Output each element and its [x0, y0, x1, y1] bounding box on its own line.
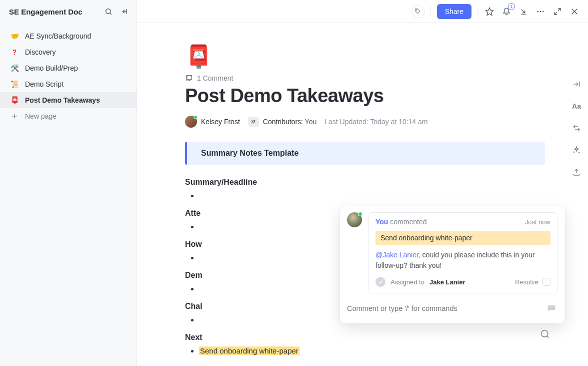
page-emoji[interactable]: 📮	[185, 43, 212, 70]
callout-template[interactable]: Summary Notes Template	[185, 142, 545, 165]
swap-icon[interactable]	[572, 123, 582, 133]
sidebar-item-label: Demo Script	[25, 80, 64, 88]
updated-label: Last Updated:	[324, 118, 368, 126]
last-updated: Last Updated: Today at 10:14 am	[324, 118, 428, 126]
doc-title: SE Engagement Doc	[9, 8, 98, 16]
meta-row: Kelsey Frost Contributors: You Last Upda…	[185, 116, 565, 128]
contributors-chip[interactable]: Contributors: You	[248, 117, 316, 127]
scroll-icon: 📜	[10, 80, 19, 88]
favorite-icon[interactable]	[484, 6, 495, 17]
comment-count-label: 1 Comment	[197, 74, 233, 82]
svg-line-13	[558, 9, 560, 11]
svg-point-23	[579, 152, 580, 153]
reply-input[interactable]	[347, 300, 540, 316]
author-name: Kelsey Frost	[201, 118, 240, 126]
section-next[interactable]: Next Send onboarding white-paper	[185, 333, 565, 357]
sidebar: SE Engagement Doc 🤝 AE Sync/Background ?…	[0, 0, 137, 366]
comment-count-button[interactable]: 1 Comment	[185, 74, 565, 82]
svg-point-18	[254, 120, 256, 122]
divider	[430, 6, 431, 17]
section-title: Summary/Headline	[185, 178, 565, 187]
sidebar-list: 🤝 AE Sync/Background ? Discovery 🛠️ Demo…	[0, 23, 136, 124]
sidebar-item-post-demo[interactable]: 📮 Post Demo Takeaways	[0, 92, 136, 108]
highlighted-text: Send onboarding white-paper	[199, 346, 300, 355]
sidebar-item-label: Discovery	[25, 48, 56, 56]
more-icon[interactable]	[535, 6, 546, 17]
send-icon[interactable]	[545, 303, 558, 313]
avatar	[185, 116, 197, 128]
resolve-checkbox[interactable]	[542, 278, 550, 286]
sidebar-item-demo-script[interactable]: 📜 Demo Script	[0, 76, 136, 92]
updated-value: Today at 10:14 am	[370, 118, 428, 126]
author-chip[interactable]: Kelsey Frost	[185, 116, 240, 128]
svg-point-0	[106, 9, 110, 14]
tags-button[interactable]	[412, 5, 424, 18]
comment-you: You	[376, 218, 388, 226]
page-title[interactable]: Post Demo Takeaways	[185, 85, 565, 107]
indent-icon[interactable]	[572, 79, 582, 89]
new-page-label: New page	[25, 112, 56, 120]
section-summary[interactable]: Summary/Headline	[185, 178, 565, 202]
resolve-label: Resolve	[515, 278, 538, 286]
check-icon	[376, 277, 386, 287]
sidebar-item-ae-sync[interactable]: 🤝 AE Sync/Background	[0, 28, 136, 44]
svg-point-25	[542, 330, 548, 337]
upload-icon[interactable]	[572, 167, 582, 177]
right-rail: Aa	[565, 23, 588, 366]
handshake-icon: 🤝	[10, 32, 19, 40]
sidebar-item-demo-build[interactable]: 🛠️ Demo Build/Prep	[0, 60, 136, 76]
svg-point-12	[542, 11, 544, 12]
svg-point-10	[537, 11, 538, 12]
notification-count: 1	[508, 3, 515, 10]
svg-point-11	[540, 11, 542, 12]
sidebar-item-label: AE Sync/Background	[25, 32, 91, 40]
sidebar-item-label: Post Demo Takeaways	[25, 96, 100, 104]
divider	[478, 6, 478, 17]
svg-line-1	[110, 13, 112, 15]
svg-point-24	[574, 152, 574, 152]
typography-icon[interactable]: Aa	[572, 101, 582, 111]
assigned-label: Assigned to	[390, 278, 424, 286]
svg-line-14	[554, 12, 557, 15]
comment-popover: You commented Just now Send onboarding w…	[340, 206, 565, 323]
mention[interactable]: @Jake Lanier	[376, 251, 418, 259]
sidebar-item-discovery[interactable]: ? Discovery	[0, 44, 136, 60]
svg-marker-7	[486, 8, 494, 15]
comment-timestamp: Just now	[525, 218, 550, 226]
resolve-button[interactable]: Resolve	[515, 278, 550, 286]
comment-author-line: You commented	[376, 218, 426, 226]
plus-icon	[10, 112, 19, 121]
notifications-icon[interactable]: 1	[501, 6, 512, 17]
reply-row	[347, 300, 558, 316]
comment-quoted-text: Send onboarding white-paper	[376, 231, 550, 245]
expand-icon[interactable]	[552, 6, 563, 17]
chat-icon	[185, 74, 193, 82]
collapse-sidebar-icon[interactable]	[118, 6, 130, 18]
list-item[interactable]	[199, 190, 565, 202]
question-icon: ?	[10, 48, 19, 56]
comment-bubble: You commented Just now Send onboarding w…	[368, 212, 558, 293]
comment-action: commented	[390, 218, 426, 226]
download-icon[interactable]	[518, 6, 529, 17]
svg-line-8	[522, 10, 525, 13]
search-icon[interactable]	[102, 6, 114, 18]
chat-fab[interactable]	[538, 327, 552, 341]
list-item[interactable]: Send onboarding white-paper	[199, 345, 565, 357]
sidebar-item-label: Demo Build/Prep	[25, 64, 78, 72]
comment-body: @Jake Lanier, could you please include t…	[376, 250, 550, 271]
contributors-label: Contributors:	[263, 118, 303, 126]
main: Share 1 📮	[137, 0, 588, 366]
people-icon	[248, 117, 259, 127]
sparkle-icon[interactable]	[572, 145, 582, 155]
tools-icon: 🛠️	[10, 64, 19, 72]
assign-row: Assigned to Jake Lanier Resolve	[376, 277, 550, 287]
assigned-to[interactable]: Jake Lanier	[430, 278, 466, 286]
close-icon[interactable]	[569, 6, 580, 17]
new-page-button[interactable]: New page	[0, 108, 136, 124]
svg-point-17	[252, 120, 253, 122]
share-button[interactable]: Share	[437, 4, 472, 19]
contributors-you: You	[305, 118, 317, 126]
svg-point-6	[416, 10, 416, 10]
avatar	[347, 212, 362, 227]
svg-line-26	[547, 336, 548, 337]
